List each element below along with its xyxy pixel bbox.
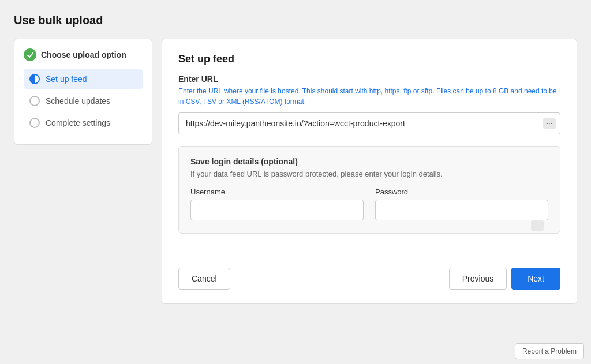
username-field: Username <box>190 187 364 220</box>
username-input[interactable] <box>190 200 364 220</box>
page-title: Use bulk upload <box>14 14 577 27</box>
sidebar-item-set-up-feed[interactable]: Set up feed <box>24 69 143 89</box>
password-toggle-btn[interactable]: ⋯ <box>531 220 544 231</box>
save-login-description: If your data feed URL is password protec… <box>190 170 548 178</box>
password-label: Password <box>375 187 548 196</box>
main-content: Set up feed Enter URL Enter the URL wher… <box>162 39 577 304</box>
url-field-description: Enter the URL where your file is hosted.… <box>178 86 560 107</box>
sidebar-item-complete-settings-label: Complete settings <box>46 118 110 127</box>
choose-upload-option-label: Choose upload option <box>41 50 126 59</box>
url-section: Enter URL Enter the URL where your file … <box>178 74 560 134</box>
password-input-wrapper: ⋯ <box>375 200 548 220</box>
save-login-title: Save login details (optional) <box>190 157 548 166</box>
url-input-icon-btn[interactable]: ⋯ <box>543 118 556 129</box>
previous-button[interactable]: Previous <box>449 268 507 290</box>
sidebar-item-complete-settings[interactable]: Complete settings <box>24 113 143 133</box>
username-label: Username <box>190 187 364 196</box>
next-button[interactable]: Next <box>511 268 560 290</box>
save-login-section: Save login details (optional) If your da… <box>178 146 560 234</box>
sidebar-item-schedule-updates-label: Schedule updates <box>46 96 110 106</box>
url-input-wrapper: ⋯ <box>178 112 560 134</box>
password-input[interactable] <box>375 200 548 220</box>
username-input-wrapper <box>190 200 364 220</box>
sidebar-header: Choose upload option <box>24 48 143 61</box>
radio-schedule-updates <box>29 96 40 106</box>
sidebar: Choose upload option Set up feed Schedul… <box>14 39 152 145</box>
url-field-label: Enter URL <box>178 74 560 84</box>
credentials-row: Username Password ⋯ <box>190 187 548 220</box>
sidebar-item-schedule-updates[interactable]: Schedule updates <box>24 91 143 111</box>
url-input[interactable] <box>178 112 560 134</box>
check-icon <box>24 48 36 61</box>
sidebar-item-set-up-feed-label: Set up feed <box>46 74 87 84</box>
footer-actions: Cancel Previous Next <box>178 254 560 290</box>
password-field: Password ⋯ <box>375 187 548 220</box>
content-title: Set up feed <box>178 53 560 65</box>
radio-set-up-feed <box>29 74 40 84</box>
cancel-button[interactable]: Cancel <box>178 268 230 290</box>
radio-complete-settings <box>29 118 40 128</box>
report-problem-button[interactable]: Report a Problem <box>515 343 584 359</box>
nav-buttons: Previous Next <box>449 268 560 290</box>
